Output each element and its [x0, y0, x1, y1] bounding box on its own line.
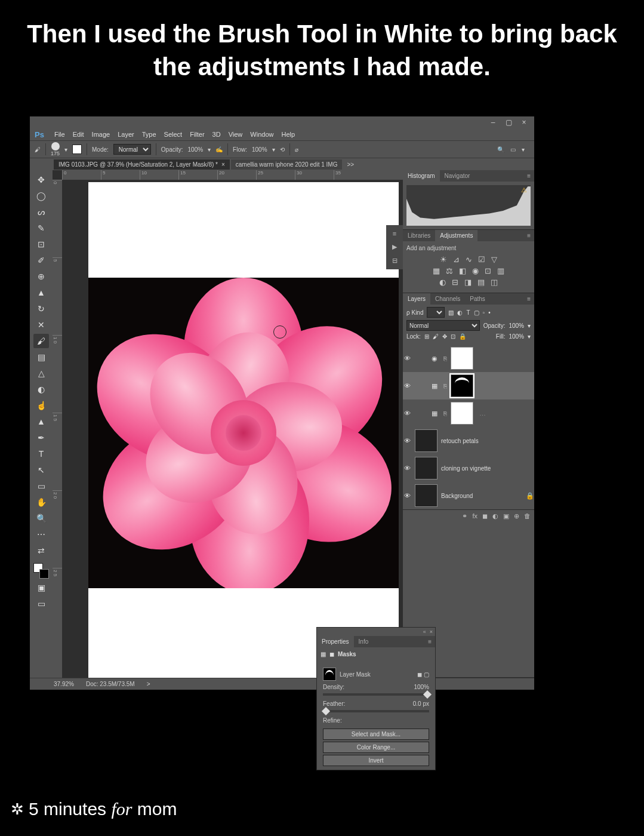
panel-menu-icon[interactable]: ≡ [424, 636, 435, 647]
new-group-icon[interactable]: ▣ [503, 512, 509, 520]
brush-tool-icon[interactable]: 🖌 [35, 146, 41, 153]
layer-mask-thumb[interactable] [451, 374, 473, 397]
smudge-tool-icon[interactable]: ☝ [33, 398, 49, 413]
new-layer-icon[interactable]: ⊕ [514, 512, 519, 520]
threshold-icon[interactable]: ◨ [464, 278, 472, 287]
curves-icon[interactable]: ∿ [466, 255, 472, 264]
layer-row[interactable]: 👁 retouch petals [403, 427, 534, 454]
paths-tab[interactable]: Paths [465, 293, 490, 305]
layers-tab[interactable]: Layers [403, 293, 430, 305]
minimize-button[interactable]: – [489, 118, 497, 127]
brush-tool-icon[interactable]: 🖌 [33, 334, 49, 348]
tabs-overflow[interactable]: >> [343, 159, 358, 170]
layer-opacity-value[interactable]: 100% [509, 322, 524, 329]
doc-tab-active[interactable]: IMG 0103.JPG @ 37.9% (Hue/Saturation 2, … [54, 159, 230, 170]
filter-adj-icon[interactable]: ◐ [457, 309, 463, 316]
more-tools-icon[interactable]: ⋯ [33, 527, 49, 542]
filter-image-icon[interactable]: ▧ [448, 309, 454, 316]
layer-blend-select[interactable]: Normal [406, 320, 480, 331]
sharpen-tool-icon[interactable]: ▲ [33, 414, 49, 429]
quick-select-tool-icon[interactable]: ✎ [33, 221, 49, 235]
screen-mode-icon[interactable]: ▭ [33, 597, 49, 611]
zoom-level[interactable]: 37.92% [54, 681, 74, 687]
doc-tab-inactive[interactable]: camellia warm iphone 2020 edit 1 IMG [231, 159, 343, 170]
panel-menu-icon[interactable]: ≡ [523, 230, 534, 241]
crop-tool-icon[interactable]: ⊡ [33, 237, 49, 251]
healing-tool-icon[interactable]: ⊕ [33, 269, 49, 284]
edit-toolbar-icon[interactable]: ⇄ [33, 543, 49, 558]
brush-preview-icon[interactable] [51, 142, 60, 150]
brush-preset-icon[interactable] [72, 145, 82, 154]
select-and-mask-button[interactable]: Select and Mask... [323, 729, 429, 740]
layer-name[interactable]: Background [441, 493, 473, 499]
pixel-mask-icon[interactable]: ◼ [417, 671, 422, 678]
mask-mode-icon[interactable]: ▦ [321, 651, 326, 657]
properties-tab[interactable]: Properties [317, 636, 354, 647]
photo-filter-icon[interactable]: ◉ [472, 266, 479, 275]
levels-icon[interactable]: ⊿ [453, 255, 460, 264]
layer-row[interactable]: 👁 ▦ ⎘ … [403, 399, 534, 427]
stamp-tool-icon[interactable]: ▲ [33, 285, 49, 300]
panel-icon[interactable]: ≡ [393, 230, 396, 237]
layer-name[interactable]: retouch petals [441, 438, 479, 444]
eyedropper-tool-icon[interactable]: ✐ [33, 253, 49, 268]
menu-window[interactable]: Window [250, 131, 273, 138]
visibility-icon[interactable]: 👁 [403, 492, 411, 499]
channel-mixer-icon[interactable]: ⊡ [485, 266, 491, 275]
shape-tool-icon[interactable]: ▭ [33, 479, 49, 493]
density-slider[interactable] [323, 693, 429, 696]
menu-filter[interactable]: Filter [190, 131, 204, 138]
filter-toggle[interactable]: • [488, 309, 491, 316]
type-tool-icon[interactable]: T [33, 447, 49, 461]
pressure-size-icon[interactable]: ⌀ [295, 146, 298, 153]
layer-row[interactable]: 👁 ◉ ⎘ [403, 345, 534, 372]
brightness-icon[interactable]: ☀ [440, 255, 447, 264]
info-tab[interactable]: Info [354, 636, 374, 647]
panel-menu-icon[interactable]: ≡ [523, 170, 534, 182]
opacity-value[interactable]: 100% [188, 146, 204, 153]
libraries-tab[interactable]: Libraries [403, 230, 435, 241]
hue-sat-icon[interactable]: ▦ [433, 266, 440, 275]
lock-all-icon[interactable]: 🔒 [459, 333, 466, 340]
layer-thumb[interactable] [415, 484, 437, 507]
histogram-tab[interactable]: Histogram [403, 170, 440, 182]
menu-select[interactable]: Select [164, 131, 183, 138]
blend-mode-select[interactable]: Normal [113, 144, 151, 155]
visibility-icon[interactable]: 👁 [403, 410, 411, 417]
lock-move-icon[interactable]: ✥ [442, 333, 447, 340]
status-arrow-icon[interactable]: > [147, 681, 150, 687]
flow-value[interactable]: 100% [252, 146, 267, 153]
filter-select[interactable] [427, 307, 445, 318]
close-panel-icon[interactable]: × [430, 629, 433, 635]
lasso-tool-icon[interactable]: ᔕ [33, 205, 49, 219]
gradient-map-icon[interactable]: ▤ [477, 278, 485, 287]
menu-view[interactable]: View [229, 131, 243, 138]
new-adj-icon[interactable]: ◐ [492, 512, 498, 520]
fill-value[interactable]: 100% [509, 333, 524, 340]
lookup-icon[interactable]: ▥ [497, 266, 504, 275]
link-icon[interactable]: ⎘ [443, 383, 447, 389]
visibility-icon[interactable]: 👁 [403, 465, 411, 472]
layer-row[interactable]: 👁 Background 🔒 [403, 482, 534, 509]
visibility-icon[interactable]: 👁 [403, 355, 411, 362]
dodge-tool-icon[interactable]: ◐ [33, 382, 49, 397]
close-button[interactable]: × [520, 118, 528, 127]
feather-value[interactable]: 0.0 px [413, 700, 429, 707]
eraser-tool-icon[interactable]: ✕ [33, 318, 49, 332]
lock-paint-icon[interactable]: 🖌 [433, 333, 439, 340]
warning-icon[interactable]: ⚠ [521, 186, 527, 194]
zoom-tool-icon[interactable]: 🔍 [33, 511, 49, 525]
canvas-area[interactable]: 05101520253035 051 01 52 02 5 [53, 170, 403, 678]
vibrance-icon[interactable]: ▽ [491, 255, 497, 264]
workspace-icon[interactable]: ▭ [510, 146, 516, 153]
layer-row[interactable]: 👁 cloning on vignette [403, 454, 534, 482]
posterize-icon[interactable]: ⊟ [452, 278, 458, 287]
path-select-tool-icon[interactable]: ↖ [33, 463, 49, 477]
adjustments-tab[interactable]: Adjustments [435, 230, 477, 241]
doc-size[interactable]: Doc: 23.5M/73.5M [86, 681, 135, 687]
navigator-tab[interactable]: Navigator [440, 170, 475, 182]
menu-type[interactable]: Type [142, 131, 156, 138]
panel-icon[interactable]: ▶ [392, 243, 397, 251]
pen-tool-icon[interactable]: ✒ [33, 431, 49, 445]
invert-icon[interactable]: ◐ [439, 278, 446, 287]
